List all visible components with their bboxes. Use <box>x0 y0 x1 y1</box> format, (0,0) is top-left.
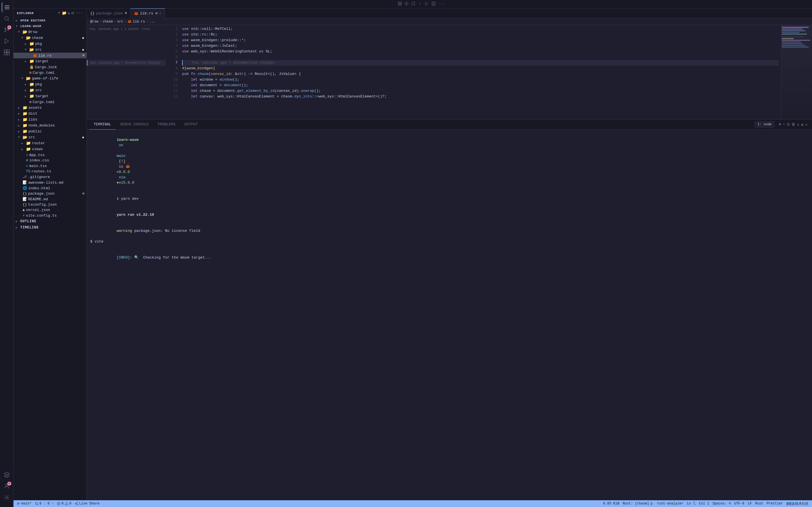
settings-activity-icon[interactable] <box>2 492 12 503</box>
terminal-instance-label: 1: node <box>755 122 774 127</box>
folder-public[interactable]: ▶ 📁 public <box>13 128 87 134</box>
file-vite-config[interactable]: ⚡ vite.config.ts <box>13 213 87 218</box>
folder-views[interactable]: ▶ 📁 views <box>13 146 87 152</box>
file-cargo-toml[interactable]: ⚙ Cargo.toml <box>13 70 87 75</box>
folder-node-modules[interactable]: ▶ 📁 node_modules <box>13 122 87 128</box>
file-awesome-lists[interactable]: 📝 awesome-lists.md <box>13 180 87 185</box>
terminal-collapse-icon[interactable]: ∧ <box>797 122 799 127</box>
chevron-left-icon[interactable] <box>418 1 422 7</box>
status-encoding[interactable]: UTF-8 <box>734 502 744 506</box>
lib-rs-close-btn[interactable]: ✕ <box>159 11 161 15</box>
remote-activity-icon[interactable] <box>2 470 12 480</box>
status-file-size[interactable]: 6.85 KiB <box>603 502 619 506</box>
folder-pkg[interactable]: ▶ 📁 pkg <box>13 41 87 47</box>
status-branch[interactable]: main* <box>17 502 32 506</box>
terminal-close-icon[interactable]: ✕ <box>805 122 808 127</box>
terminal-tab-problems[interactable]: PROBLEMS <box>153 120 180 129</box>
status-spaces[interactable]: Spaces: 4 <box>712 502 731 506</box>
search-activity-icon[interactable] <box>2 13 12 24</box>
split-editor-icon[interactable] <box>432 1 436 7</box>
file-index-html[interactable]: 🌐 index.html <box>13 185 87 191</box>
new-folder-icon[interactable]: 📁 <box>62 11 67 15</box>
status-errors[interactable]: 0 0 <box>57 502 71 506</box>
json-file-icon: {} <box>22 191 27 196</box>
terminal-dropdown-icon[interactable]: ▼ <box>779 122 781 127</box>
account-activity-icon[interactable]: 2 <box>2 481 12 491</box>
more-sidebar-icon[interactable]: ··· <box>75 11 83 15</box>
learn-wasm-section[interactable]: ▼ LEARN-WASM <box>13 23 87 29</box>
folder-router[interactable]: ▶ 📁 router <box>13 140 87 146</box>
scm-activity-icon[interactable]: 2 <box>2 25 12 35</box>
extensions-activity-icon[interactable] <box>2 47 12 57</box>
status-rust-chasm[interactable]: Rust: [chasm] <box>623 502 654 506</box>
file-tsconfig[interactable]: {} tsconfig.json <box>13 202 87 207</box>
outline-section-header[interactable]: ▶ OUTLINE <box>13 218 87 224</box>
folder-rsw[interactable]: ▼ 📂 @rsw <box>13 29 87 35</box>
tab-package-json[interactable]: {} package.json M <box>87 8 131 18</box>
file-game-cargo-toml[interactable]: ⚙ Cargo.toml <box>13 99 87 105</box>
breadcrumb-chasm[interactable]: chasm <box>103 20 113 24</box>
svg-marker-16 <box>426 2 428 5</box>
file-index-css[interactable]: # index.css <box>13 158 87 163</box>
bookmark-icon[interactable] <box>411 1 416 7</box>
svg-point-27 <box>77 504 78 505</box>
terminal-add-icon[interactable]: + <box>783 122 785 127</box>
breadcrumb-src[interactable]: src <box>117 20 123 24</box>
svg-rect-18 <box>434 2 436 5</box>
eye-icon[interactable] <box>404 1 409 7</box>
file-routes-ts[interactable]: TS routes.ts <box>13 169 87 174</box>
folder-libs[interactable]: ▶ 📁 libs <box>13 117 87 122</box>
code-line-1: use std::cell::RefCell; <box>182 26 779 32</box>
status-live-share[interactable]: Live Share <box>75 502 100 506</box>
folder-game-of-life[interactable]: ▼ 📂 game-of-life <box>13 75 87 81</box>
folder-game-src[interactable]: ▶ 📁 src <box>13 87 87 93</box>
blame-empty-2 <box>87 38 166 43</box>
folder-root-src[interactable]: ▼ 📂 src ● <box>13 134 87 140</box>
terminal-split-icon[interactable]: ⧉ <box>787 122 790 127</box>
timeline-section-header[interactable]: ▶ TIMELINE <box>13 224 87 231</box>
explorer-activity-icon[interactable] <box>2 2 12 12</box>
code-line-2: use std::rc::Rc; <box>182 32 779 38</box>
status-language[interactable]: Rust <box>755 502 763 506</box>
folder-game-pkg[interactable]: ▶ 📁 pkg <box>13 81 87 87</box>
tab-lib-rs[interactable]: 🦀 lib.rs M ✕ <box>131 8 165 18</box>
folder-assets[interactable]: ▶ 📁 assets <box>13 105 87 111</box>
status-line-ending[interactable]: LF <box>748 502 752 506</box>
blame-empty-7 <box>87 71 166 77</box>
terminal-trash-icon[interactable]: 🗑 <box>792 122 795 127</box>
layout-icon[interactable] <box>398 1 402 7</box>
status-prettier[interactable]: Prettier <box>767 502 783 506</box>
file-package-json[interactable]: {} package.json M <box>13 191 87 196</box>
status-position[interactable]: Ln 7, Col 1 <box>687 502 709 506</box>
file-cargo-lock[interactable]: 🔒 Cargo.lock <box>13 64 87 70</box>
file-app-tsx[interactable]: ⚛ App.tsx <box>13 152 87 158</box>
file-vercel[interactable]: ▲ vercel.json <box>13 207 87 213</box>
folder-chasm[interactable]: ▼ 📂 chasm ● <box>13 35 87 41</box>
file-main-tsx[interactable]: ⚛ main.tsx <box>13 163 87 169</box>
breadcrumb-rsw[interactable]: @rsw <box>90 20 98 24</box>
play-icon[interactable] <box>424 1 429 7</box>
terminal-content[interactable]: learn-wasm on main [!] is 🦀 v0.0.0 via ●… <box>87 129 812 260</box>
new-file-icon[interactable]: + <box>58 11 60 15</box>
folder-target[interactable]: ▶ 📁 target <box>13 58 87 64</box>
run-activity-icon[interactable] <box>2 36 12 46</box>
terminal-tab-output[interactable]: OUTPUT <box>180 120 202 129</box>
status-sync[interactable]: 0 ↓ 0 ↑ <box>35 502 54 506</box>
terminal-tab-terminal[interactable]: TERMINAL <box>89 120 116 129</box>
folder-game-target[interactable]: ▶ 📁 target <box>13 93 87 99</box>
refresh-icon[interactable]: ↻ <box>68 11 70 15</box>
terminal-tab-debug[interactable]: DEBUG CONSOLE <box>116 120 153 129</box>
breadcrumb-ellipsis[interactable]: ... <box>149 20 155 24</box>
terminal-maximize-icon[interactable]: ▲ <box>801 122 803 127</box>
collapse-icon[interactable]: ⊟ <box>71 11 74 15</box>
file-gitignore[interactable]: ⎇ .gitignore <box>13 174 87 180</box>
file-lib-rs[interactable]: 🦀 lib.rs M <box>13 53 87 58</box>
file-readme[interactable]: 📝 README.md <box>13 196 87 202</box>
more-icon[interactable]: ··· <box>438 2 445 6</box>
folder-dist[interactable]: ▶ 📁 dist <box>13 111 87 117</box>
status-rust-analyzer[interactable]: rust-analyzer <box>657 502 683 506</box>
breadcrumb-lib-rs[interactable]: lib.rs <box>133 20 145 24</box>
folder-chasm-src[interactable]: ▼ 📂 src ● <box>13 47 87 53</box>
svg-rect-5 <box>4 50 6 52</box>
open-editors-section[interactable]: ▶ OPEN EDITORS <box>13 18 87 23</box>
